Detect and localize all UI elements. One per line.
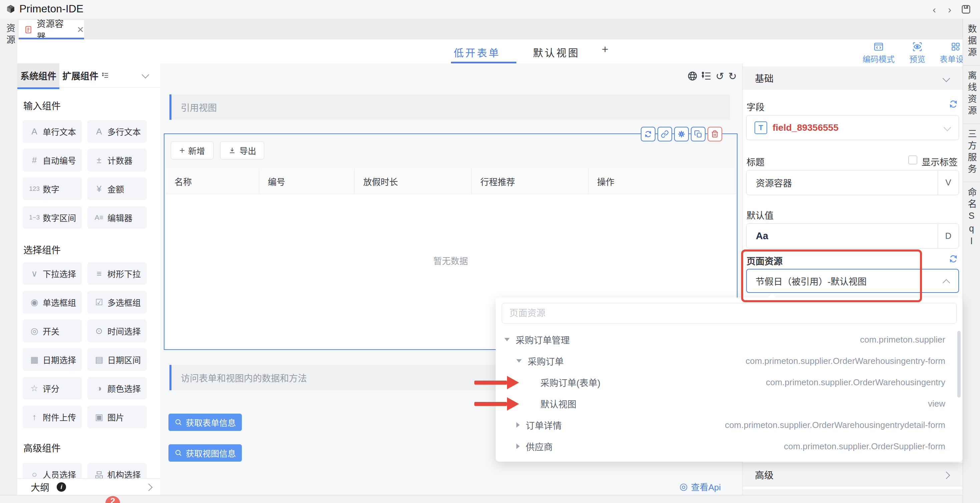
- component-item-single-text[interactable]: A单行文本: [23, 120, 82, 143]
- rail-tab-offline-resources[interactable]: 离线资源: [963, 65, 980, 124]
- radio-group-icon: ◉: [29, 297, 40, 307]
- rail-tab-third-party-services[interactable]: 三方服务: [963, 124, 980, 182]
- expand-outline-chevron-icon[interactable]: [145, 484, 153, 491]
- component-item-switch[interactable]: ◎开关: [23, 320, 82, 342]
- section-advanced[interactable]: 高级: [743, 463, 963, 486]
- tree-row-order-detail[interactable]: 订单详情 com.primeton.supplier.OrderWarehous…: [496, 414, 963, 436]
- component-item-multi-text[interactable]: A多行文本: [88, 120, 147, 143]
- dropdown-scrollbar[interactable]: [957, 331, 961, 398]
- nav-back-icon[interactable]: ‹: [932, 4, 936, 15]
- resource-code: view: [928, 399, 945, 409]
- column-header[interactable]: 行程推荐: [472, 169, 589, 194]
- left-rail-resources-tab[interactable]: 资源: [4, 23, 17, 47]
- caret-right-icon[interactable]: [516, 422, 520, 428]
- component-settings-button[interactable]: [674, 127, 689, 142]
- annotation-arrow-form: [474, 376, 519, 389]
- switch-icon: ◎: [29, 326, 40, 336]
- component-item-checkbox-group[interactable]: ☑多选框组: [88, 291, 147, 314]
- column-header[interactable]: 名称: [166, 169, 259, 194]
- component-item-upload[interactable]: ↑附件上传: [23, 406, 82, 428]
- redo-icon[interactable]: ↻: [727, 70, 738, 82]
- component-item-counter[interactable]: ±计数器: [88, 149, 147, 172]
- resource-code: com.primeton.supplier.OrderWarehousingen…: [766, 377, 945, 388]
- title-input[interactable]: [755, 177, 916, 188]
- component-item-person-select[interactable]: ○人员选择: [23, 463, 82, 478]
- add-view-tab-button[interactable]: +: [602, 43, 610, 56]
- tree-row-supplier[interactable]: 供应商 com.primeton.supplier.OrderSupplier-…: [496, 436, 963, 457]
- doc-tab-resource-container[interactable]: 资源容器 ✕: [19, 20, 84, 39]
- view-api-link[interactable]: ◎ 查看Api: [679, 480, 721, 493]
- caret-right-icon[interactable]: [516, 444, 520, 449]
- component-copy-button[interactable]: [691, 127, 705, 142]
- undo-icon[interactable]: ↺: [714, 70, 726, 82]
- expand-chevron-icon[interactable]: [943, 472, 950, 479]
- component-item-editor[interactable]: A≡编辑器: [88, 206, 147, 229]
- component-item-number-range[interactable]: 1~3数字区间: [23, 206, 82, 229]
- rail-tab-data-source[interactable]: 数据源: [963, 19, 980, 65]
- default-value-input[interactable]: [755, 230, 916, 242]
- tab-system-components[interactable]: 系统组件: [18, 64, 59, 89]
- upload-icon: ↑: [29, 412, 40, 422]
- component-list-icon[interactable]: [102, 72, 110, 80]
- component-item-rating[interactable]: ☆评分: [23, 377, 82, 400]
- component-item-date-picker[interactable]: ▦日期选择: [23, 348, 82, 371]
- tree-row-order-management[interactable]: 采购订单管理 com.primeton.supplier: [496, 329, 963, 350]
- outline-tree-icon[interactable]: [700, 70, 713, 82]
- get-view-info-button[interactable]: 获取视图信息: [169, 444, 242, 462]
- component-item-time-picker[interactable]: ⊙时间选择: [88, 320, 147, 342]
- tree-row-purchase-order[interactable]: 采购订单 com.primeton.supplier.OrderWarehous…: [496, 350, 963, 372]
- nav-forward-icon[interactable]: ›: [948, 4, 951, 15]
- get-form-info-button[interactable]: 获取表单信息: [169, 414, 242, 431]
- component-item-tree-select[interactable]: ≡树形下拉: [88, 262, 147, 285]
- component-item-currency[interactable]: ¥金额: [88, 177, 147, 200]
- column-header[interactable]: 放假时长: [355, 169, 472, 194]
- title-input-wrap: V: [746, 170, 959, 195]
- component-item-number[interactable]: 123数字: [23, 177, 82, 200]
- component-refresh-button[interactable]: [641, 127, 655, 142]
- section-title: 引用视图: [181, 101, 217, 114]
- close-icon[interactable]: ✕: [77, 25, 84, 35]
- save-icon[interactable]: [961, 4, 971, 15]
- refresh-page-resource-icon[interactable]: [949, 254, 958, 264]
- field-select[interactable]: T field_89356555: [746, 115, 959, 140]
- plus-icon: +: [180, 145, 185, 156]
- caret-down-icon[interactable]: [516, 359, 522, 363]
- tree-row-purchase-order-form[interactable]: 采购订单(表单) com.primeton.supplier.OrderWare…: [496, 372, 963, 393]
- add-row-button[interactable]: + 新增: [171, 142, 213, 159]
- page-resource-search-input[interactable]: [502, 303, 957, 323]
- rail-tab-named-sql[interactable]: 命名Sql: [963, 182, 980, 255]
- column-header[interactable]: 操作: [589, 169, 735, 194]
- default-value-toggle[interactable]: D: [938, 224, 959, 248]
- component-item-image[interactable]: ▣图片: [88, 406, 147, 428]
- collapse-chevron-icon[interactable]: [943, 75, 950, 83]
- tree-row-default-view[interactable]: 默认视图 view: [496, 393, 963, 414]
- range-icon: 1~3: [29, 214, 40, 221]
- component-item-color-picker[interactable]: ◑颜色选择: [88, 377, 147, 400]
- refresh-field-icon[interactable]: [949, 99, 958, 109]
- resource-code: com.primeton.supplier.OrderWarehousingen…: [725, 420, 945, 430]
- chevron-up-icon: [943, 279, 950, 287]
- component-item-org-select[interactable]: 品机构选择: [88, 463, 147, 478]
- title-variable-toggle[interactable]: V: [938, 170, 959, 195]
- caret-down-icon[interactable]: [504, 338, 510, 341]
- component-delete-button[interactable]: [708, 127, 722, 142]
- i18n-globe-icon[interactable]: [686, 70, 698, 82]
- show-label-checkbox[interactable]: [908, 156, 917, 164]
- outline-bar[interactable]: 大纲 i: [18, 478, 160, 495]
- tab-extended-components[interactable]: 扩展组件: [59, 64, 102, 88]
- tab-lowcode-form[interactable]: 低开表单: [453, 45, 500, 59]
- component-item-date-range[interactable]: ▤日期区间: [88, 348, 147, 371]
- code-mode-button[interactable]: 编码模式: [857, 41, 900, 64]
- tab-default-view[interactable]: 默认视图: [533, 45, 580, 59]
- component-item-radio-group[interactable]: ◉单选框组: [23, 291, 82, 314]
- column-header[interactable]: 编号: [259, 169, 355, 194]
- component-item-select[interactable]: ∨下拉选择: [23, 262, 82, 285]
- export-button[interactable]: 导出: [220, 142, 264, 159]
- preview-button[interactable]: 预览: [897, 41, 937, 64]
- section-basic[interactable]: 基础: [743, 67, 963, 89]
- component-link-button[interactable]: [657, 127, 672, 142]
- collapse-panel-chevron-icon[interactable]: [142, 71, 150, 79]
- component-item-auto-number[interactable]: #自动编号: [23, 149, 82, 172]
- preview-eye-icon: [912, 41, 923, 52]
- document-tab-strip: 资源容器 ✕: [18, 19, 963, 40]
